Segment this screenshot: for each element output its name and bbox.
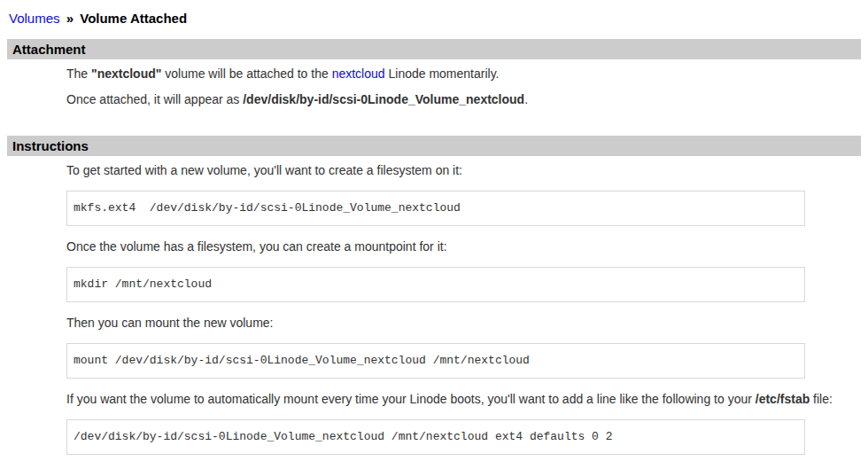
attachment-section-content: The "nextcloud" volume will be attached … bbox=[66, 66, 863, 106]
attachment-section: Attachment The "nextcloud" volume will b… bbox=[0, 39, 868, 106]
instructions-section-header: Instructions bbox=[7, 136, 861, 156]
fstab-entry-codeblock: /dev/disk/by-id/scsi-0Linode_Volume_next… bbox=[66, 419, 805, 455]
mkfs-command-codeblock: mkfs.ext4 /dev/disk/by-id/scsi-0Linode_V… bbox=[66, 191, 805, 226]
step4-text-pre: If you want the volume to automatically … bbox=[66, 392, 756, 406]
step2-text: Once the volume has a filesystem, you ca… bbox=[66, 239, 863, 254]
attachment-device-text: Once attached, it will appear as /dev/di… bbox=[66, 92, 863, 106]
volume-name: "nextcloud" bbox=[91, 66, 161, 81]
mkdir-command-codeblock: mkdir /mnt/nextcloud bbox=[66, 267, 805, 302]
linode-link[interactable]: nextcloud bbox=[332, 66, 385, 81]
attachment-status-text-mid: volume will be attached to the bbox=[161, 66, 331, 81]
breadcrumb-volumes-link[interactable]: Volumes bbox=[9, 11, 60, 26]
breadcrumb-separator: » bbox=[66, 11, 74, 26]
step4-text-post: file: bbox=[810, 392, 833, 406]
step3-text: Then you can mount the new volume: bbox=[66, 316, 863, 330]
step4-text: If you want the volume to automatically … bbox=[66, 392, 863, 406]
device-path: /dev/disk/by-id/scsi-0Linode_Volume_next… bbox=[243, 92, 524, 106]
instructions-section-content: To get started with a new volume, you'll… bbox=[66, 163, 863, 455]
attachment-status-text: The "nextcloud" volume will be attached … bbox=[66, 66, 863, 81]
breadcrumb: Volumes » Volume Attached bbox=[9, 11, 859, 27]
attachment-device-text-pre: Once attached, it will appear as bbox=[66, 92, 243, 106]
mount-command-codeblock: mount /dev/disk/by-id/scsi-0Linode_Volum… bbox=[66, 343, 805, 379]
breadcrumb-current-page: Volume Attached bbox=[80, 11, 187, 26]
attachment-status-text-pre: The bbox=[66, 66, 91, 81]
instructions-section: Instructions To get started with a new v… bbox=[0, 136, 868, 455]
attachment-device-text-post: . bbox=[524, 92, 528, 106]
attachment-section-header: Attachment bbox=[7, 39, 861, 59]
fstab-path: /etc/fstab bbox=[756, 392, 810, 406]
step1-text: To get started with a new volume, you'll… bbox=[66, 163, 863, 177]
attachment-status-text-post: Linode momentarily. bbox=[385, 66, 500, 81]
